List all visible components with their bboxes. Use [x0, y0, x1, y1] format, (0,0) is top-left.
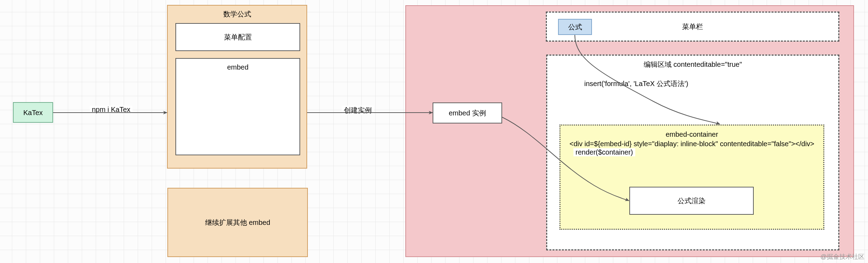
katex-node: KaTex: [13, 102, 53, 123]
edge-label-insert: insert('formula', 'LaTeX 公式语法'): [582, 79, 690, 88]
embed-node: embed: [175, 58, 300, 155]
edge-label-render: render($container): [573, 148, 635, 156]
menu-config-node: 菜单配置: [175, 23, 300, 51]
embed-container-title: embed-container: [560, 130, 823, 138]
math-group-title: 数学公式: [168, 6, 306, 23]
edit-area-title: 编辑区域 contenteditable="true": [547, 56, 838, 71]
embed-instance-node: embed 实例: [433, 102, 502, 123]
formula-render-node: 公式渲染: [629, 187, 754, 215]
formula-tab[interactable]: 公式: [558, 19, 592, 35]
katex-label: KaTex: [23, 108, 43, 118]
edge-label-create-instance: 创建实例: [342, 106, 374, 115]
extend-embed-node: 继续扩展其他 embed: [167, 188, 308, 257]
embed-container-code-line1: <div id=${embed-id} style="diaplay: inli…: [560, 140, 823, 148]
edge-label-npm: npm i KaTex: [90, 106, 132, 114]
math-formula-group: 数学公式 菜单配置 embed: [167, 5, 307, 169]
watermark-text: @掘金技术社区: [820, 253, 865, 261]
